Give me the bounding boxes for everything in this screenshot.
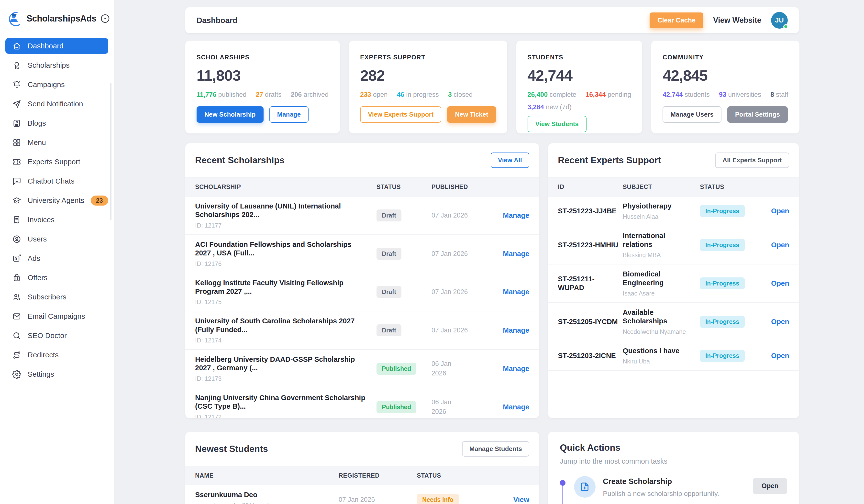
- scholarship-id: ID: 12177: [195, 222, 369, 229]
- sidebar-item-chatbot-chats[interactable]: Chatbot Chats: [5, 173, 108, 189]
- sidebar-item-scholarships[interactable]: Scholarships: [5, 58, 108, 73]
- status-badge: In-Progress: [700, 316, 745, 328]
- scholarship-id: ID: 12176: [195, 260, 369, 267]
- manage-link[interactable]: Manage: [503, 403, 529, 411]
- ticket-person: Nkiru Uba: [623, 358, 696, 365]
- expert-ticket-row: ST-251205-IYCDMAvailable ScholarshipsNce…: [548, 303, 799, 341]
- manage-link[interactable]: Manage: [503, 326, 529, 334]
- recent-scholarships-card: Recent Scholarships View All SCHOLARSHIP…: [185, 143, 539, 418]
- avatar[interactable]: JU: [771, 12, 788, 28]
- stat-card-value: 11,803: [196, 67, 328, 84]
- new-ticket-button[interactable]: New Ticket: [447, 106, 496, 123]
- blogs-icon: [12, 119, 21, 128]
- experts-table-body: ST-251223-JJ4BEPhysiotherapyHussein Alaa…: [548, 196, 799, 371]
- ticket-person: Blessing MBA: [623, 252, 696, 259]
- open-link[interactable]: Open: [771, 279, 789, 287]
- scholarships-table-body: University of Lausanne (UNIL) Internatio…: [185, 196, 539, 418]
- clear-cache-button[interactable]: Clear Cache: [650, 12, 704, 28]
- status-badge: Draft: [376, 324, 401, 336]
- manage-users-button[interactable]: Manage Users: [662, 106, 721, 123]
- status-badge: Published: [376, 401, 416, 413]
- published-date: 07 Jan 2026: [432, 326, 501, 335]
- sidebar-item-invoices[interactable]: Invoices: [5, 212, 108, 228]
- scholarships-table-header: SCHOLARSHIP STATUS PUBLISHED: [185, 177, 539, 196]
- stat-line: 233 open46 in progress3 closed: [360, 91, 496, 98]
- sidebar-item-experts-support[interactable]: Experts Support: [5, 154, 108, 170]
- view-students-button[interactable]: View Students: [528, 116, 587, 132]
- view-all-button[interactable]: View All: [491, 153, 529, 168]
- manage-link[interactable]: Manage: [503, 212, 529, 219]
- quick-action-description: Publish a new scholarship opportunity.: [603, 490, 745, 497]
- sidebar-item-send-notification[interactable]: Send Notification: [5, 96, 108, 112]
- stat-label: staff: [776, 91, 789, 98]
- students-table-body: Sserunkuuma Deosserunkuumadeo83@gmail.co…: [185, 485, 539, 504]
- view-website-link[interactable]: View Website: [713, 16, 761, 25]
- sidebar-item-dashboard[interactable]: Dashboard: [5, 38, 108, 54]
- ticket-subject: Available Scholarships: [623, 308, 696, 326]
- sidebar-item-users[interactable]: Users: [5, 231, 108, 247]
- brand: ScholarshipsAds: [5, 9, 108, 38]
- ticket-person: Hussein Alaa: [623, 213, 696, 220]
- column-id: ID: [558, 183, 623, 190]
- ticket-subject: Physiotherapy: [623, 202, 696, 211]
- sidebar-item-seo-doctor[interactable]: SEO Doctor: [5, 328, 108, 344]
- manage-students-button[interactable]: Manage Students: [462, 441, 529, 457]
- open-link[interactable]: Open: [771, 318, 789, 326]
- quick-action-open-button[interactable]: Open: [753, 478, 787, 494]
- expert-ticket-row: ST-251211-WUPADBiomedical EngineeringIsa…: [548, 264, 799, 303]
- portal-settings-button[interactable]: Portal Settings: [727, 106, 788, 123]
- view-link[interactable]: View: [513, 496, 529, 504]
- manage-button[interactable]: Manage: [269, 106, 309, 123]
- sidebar-item-offers[interactable]: Offers: [5, 270, 108, 286]
- all-experts-support-button[interactable]: All Experts Support: [715, 153, 789, 168]
- chatbot-chats-icon: [12, 177, 21, 186]
- sidebar-item-settings[interactable]: Settings: [5, 367, 108, 382]
- sidebar-item-ads[interactable]: Ads: [5, 251, 108, 266]
- new-scholarship-button[interactable]: New Scholarship: [196, 106, 264, 123]
- ticket-id: ST-251203-2ICNE: [558, 351, 623, 360]
- open-link[interactable]: Open: [771, 241, 789, 249]
- sidebar-item-email-campaigns[interactable]: Email Campaigns: [5, 309, 108, 324]
- manage-link[interactable]: Manage: [503, 288, 529, 296]
- manage-link[interactable]: Manage: [503, 250, 529, 257]
- open-link[interactable]: Open: [771, 352, 789, 360]
- published-date: 07 Jan 2026: [432, 287, 501, 297]
- scholarships-icon: [12, 61, 21, 70]
- sidebar-item-menu[interactable]: Menu: [5, 135, 108, 150]
- sidebar-collapse-icon[interactable]: [100, 13, 110, 24]
- stat-label: new (7d): [546, 104, 572, 111]
- ticket-id: ST-251223-JJ4BE: [558, 207, 623, 215]
- scholarship-title: University of Lausanne (UNIL) Internatio…: [195, 202, 369, 219]
- published-date: 06 Jan 2026: [432, 397, 501, 417]
- sidebar-item-university-agents[interactable]: University Agents23: [5, 193, 108, 208]
- sidebar-item-label: Campaigns: [28, 81, 65, 89]
- status-badge: In-Progress: [700, 239, 745, 251]
- stat-card-title: COMMUNITY: [662, 54, 788, 61]
- quick-action-title: Create Scholarship: [603, 477, 745, 486]
- sidebar-item-subscribers[interactable]: Subscribers: [5, 289, 108, 305]
- recent-scholarships-header: Recent Scholarships View All: [185, 143, 539, 177]
- column-published: PUBLISHED: [432, 183, 501, 190]
- scholarship-id: ID: 12174: [195, 337, 369, 344]
- scholarship-row: Heidelberg University DAAD-GSSP Scholars…: [185, 350, 539, 388]
- campaigns-icon: [12, 80, 21, 89]
- stat-label: open: [373, 91, 388, 98]
- sidebar-item-blogs[interactable]: Blogs: [5, 115, 108, 131]
- view-experts-support-button[interactable]: View Experts Support: [360, 106, 441, 123]
- invoices-icon: [12, 215, 21, 224]
- stat-card-title: EXPERTS SUPPORT: [360, 54, 496, 61]
- send-notification-icon: [12, 99, 21, 109]
- manage-link[interactable]: Manage: [503, 365, 529, 372]
- sidebar-item-campaigns[interactable]: Campaigns: [5, 77, 108, 92]
- experts-support-icon: [12, 157, 21, 166]
- brand-name: ScholarshipsAds: [26, 13, 97, 24]
- scholarship-row: Nanjing University China Government Scho…: [185, 388, 539, 418]
- scholarship-id: ID: 12173: [195, 375, 369, 382]
- stat-cards-row: SCHOLARSHIPS11,80311,776 published27 dra…: [185, 40, 799, 133]
- stat-number: 16,344: [586, 91, 606, 98]
- sidebar-item-label: Chatbot Chats: [28, 177, 74, 185]
- open-link[interactable]: Open: [771, 207, 789, 215]
- sidebar-item-label: Email Campaigns: [28, 312, 85, 321]
- sidebar-item-redirects[interactable]: Redirects: [5, 347, 108, 363]
- status-badge: In-Progress: [700, 277, 745, 289]
